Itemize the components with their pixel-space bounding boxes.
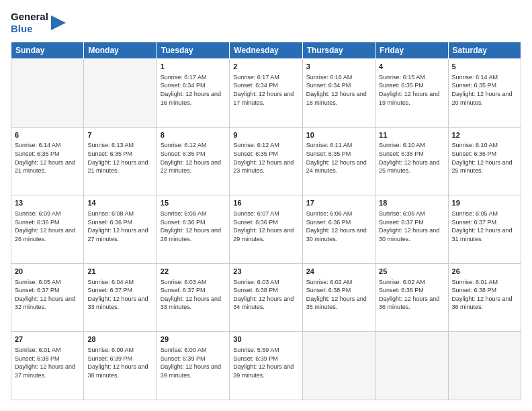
calendar-cell: 14Sunrise: 6:08 AM Sunset: 6:36 PM Dayli… xyxy=(84,195,157,264)
weekday-header: Wednesday xyxy=(230,42,302,59)
day-detail: Sunrise: 6:13 AM Sunset: 6:35 PM Dayligh… xyxy=(87,141,152,175)
day-number: 10 xyxy=(306,130,371,140)
calendar-week-row: 27Sunrise: 6:01 AM Sunset: 6:38 PM Dayli… xyxy=(11,332,521,400)
day-detail: Sunrise: 6:07 AM Sunset: 6:36 PM Dayligh… xyxy=(233,210,298,243)
svg-marker-0 xyxy=(51,15,66,30)
calendar-week-row: 1Sunrise: 6:17 AM Sunset: 6:34 PM Daylig… xyxy=(11,59,521,128)
weekday-header: Monday xyxy=(84,42,157,59)
weekday-header: Tuesday xyxy=(157,42,229,59)
day-number: 22 xyxy=(161,267,226,277)
calendar-cell: 12Sunrise: 6:10 AM Sunset: 6:36 PM Dayli… xyxy=(448,127,521,195)
day-detail: Sunrise: 6:11 AM Sunset: 6:35 PM Dayligh… xyxy=(306,141,371,175)
day-number: 6 xyxy=(15,130,80,140)
day-detail: Sunrise: 6:10 AM Sunset: 6:35 PM Dayligh… xyxy=(379,141,444,175)
calendar-cell xyxy=(448,332,521,400)
calendar-cell: 9Sunrise: 6:12 AM Sunset: 6:35 PM Daylig… xyxy=(230,127,302,195)
day-detail: Sunrise: 6:03 AM Sunset: 6:37 PM Dayligh… xyxy=(161,278,226,312)
weekday-header: Thursday xyxy=(302,42,375,59)
calendar-header-row: SundayMondayTuesdayWednesdayThursdayFrid… xyxy=(11,42,521,59)
calendar-cell: 10Sunrise: 6:11 AM Sunset: 6:35 PM Dayli… xyxy=(302,127,375,195)
day-number: 11 xyxy=(379,130,444,140)
calendar-week-row: 6Sunrise: 6:14 AM Sunset: 6:35 PM Daylig… xyxy=(11,127,521,195)
weekday-header: Saturday xyxy=(448,42,521,59)
day-detail: Sunrise: 6:17 AM Sunset: 6:34 PM Dayligh… xyxy=(161,73,226,107)
day-number: 13 xyxy=(15,198,80,208)
calendar-cell: 11Sunrise: 6:10 AM Sunset: 6:35 PM Dayli… xyxy=(375,127,448,195)
day-detail: Sunrise: 6:00 AM Sunset: 6:39 PM Dayligh… xyxy=(87,346,152,379)
calendar-cell xyxy=(11,59,84,128)
day-number: 2 xyxy=(233,62,298,72)
calendar-cell: 19Sunrise: 6:05 AM Sunset: 6:37 PM Dayli… xyxy=(448,195,521,264)
day-number: 9 xyxy=(233,130,298,140)
calendar-cell: 15Sunrise: 6:08 AM Sunset: 6:36 PM Dayli… xyxy=(157,195,229,264)
day-number: 18 xyxy=(379,198,444,208)
day-number: 29 xyxy=(161,334,226,345)
day-detail: Sunrise: 6:14 AM Sunset: 6:35 PM Dayligh… xyxy=(452,73,517,107)
calendar-cell: 21Sunrise: 6:04 AM Sunset: 6:37 PM Dayli… xyxy=(84,263,157,332)
day-detail: Sunrise: 6:08 AM Sunset: 6:36 PM Dayligh… xyxy=(161,210,226,243)
day-detail: Sunrise: 6:17 AM Sunset: 6:34 PM Dayligh… xyxy=(233,73,298,107)
day-detail: Sunrise: 6:03 AM Sunset: 6:38 PM Dayligh… xyxy=(233,278,298,312)
day-number: 15 xyxy=(161,198,226,208)
day-detail: Sunrise: 6:01 AM Sunset: 6:38 PM Dayligh… xyxy=(15,346,80,379)
calendar-cell: 17Sunrise: 6:06 AM Sunset: 6:36 PM Dayli… xyxy=(302,195,375,264)
day-number: 7 xyxy=(87,130,152,140)
day-number: 28 xyxy=(87,334,152,345)
weekday-header: Sunday xyxy=(11,42,84,59)
logo: General Blue xyxy=(11,11,66,35)
calendar-cell: 20Sunrise: 6:05 AM Sunset: 6:37 PM Dayli… xyxy=(11,263,84,332)
day-detail: Sunrise: 6:14 AM Sunset: 6:35 PM Dayligh… xyxy=(15,141,80,175)
calendar-week-row: 20Sunrise: 6:05 AM Sunset: 6:37 PM Dayli… xyxy=(11,263,521,332)
calendar-cell: 24Sunrise: 6:02 AM Sunset: 6:38 PM Dayli… xyxy=(302,263,375,332)
day-detail: Sunrise: 6:02 AM Sunset: 6:38 PM Dayligh… xyxy=(306,278,371,312)
calendar-cell: 5Sunrise: 6:14 AM Sunset: 6:35 PM Daylig… xyxy=(448,59,521,128)
day-detail: Sunrise: 5:59 AM Sunset: 6:39 PM Dayligh… xyxy=(233,346,298,379)
calendar-cell: 27Sunrise: 6:01 AM Sunset: 6:38 PM Dayli… xyxy=(11,332,84,400)
day-detail: Sunrise: 6:05 AM Sunset: 6:37 PM Dayligh… xyxy=(15,278,80,312)
calendar-cell xyxy=(302,332,375,400)
day-number: 1 xyxy=(161,62,226,72)
day-detail: Sunrise: 6:12 AM Sunset: 6:35 PM Dayligh… xyxy=(161,141,226,175)
day-detail: Sunrise: 6:09 AM Sunset: 6:36 PM Dayligh… xyxy=(15,210,80,243)
calendar-cell: 8Sunrise: 6:12 AM Sunset: 6:35 PM Daylig… xyxy=(157,127,229,195)
calendar-cell: 6Sunrise: 6:14 AM Sunset: 6:35 PM Daylig… xyxy=(11,127,84,195)
day-number: 3 xyxy=(306,62,371,72)
day-number: 14 xyxy=(87,198,152,208)
calendar-cell: 13Sunrise: 6:09 AM Sunset: 6:36 PM Dayli… xyxy=(11,195,84,264)
calendar-table: SundayMondayTuesdayWednesdayThursdayFrid… xyxy=(11,42,521,400)
calendar-cell: 29Sunrise: 6:00 AM Sunset: 6:39 PM Dayli… xyxy=(157,332,229,400)
calendar-cell: 3Sunrise: 6:16 AM Sunset: 6:34 PM Daylig… xyxy=(302,59,375,128)
calendar-cell: 2Sunrise: 6:17 AM Sunset: 6:34 PM Daylig… xyxy=(230,59,302,128)
calendar-cell: 16Sunrise: 6:07 AM Sunset: 6:36 PM Dayli… xyxy=(230,195,302,264)
logo-arrow-icon xyxy=(51,15,66,30)
day-detail: Sunrise: 6:04 AM Sunset: 6:37 PM Dayligh… xyxy=(87,278,152,312)
day-detail: Sunrise: 6:05 AM Sunset: 6:37 PM Dayligh… xyxy=(452,210,517,243)
logo-text: General Blue xyxy=(11,11,48,35)
day-detail: Sunrise: 6:00 AM Sunset: 6:39 PM Dayligh… xyxy=(161,346,226,379)
day-detail: Sunrise: 6:10 AM Sunset: 6:36 PM Dayligh… xyxy=(452,141,517,175)
day-number: 25 xyxy=(379,267,444,277)
calendar-cell xyxy=(84,59,157,128)
day-detail: Sunrise: 6:02 AM Sunset: 6:38 PM Dayligh… xyxy=(379,278,444,312)
calendar-cell: 1Sunrise: 6:17 AM Sunset: 6:34 PM Daylig… xyxy=(157,59,229,128)
day-number: 26 xyxy=(452,267,517,277)
day-detail: Sunrise: 6:15 AM Sunset: 6:35 PM Dayligh… xyxy=(379,73,444,107)
day-number: 4 xyxy=(379,62,444,72)
calendar-cell: 26Sunrise: 6:01 AM Sunset: 6:38 PM Dayli… xyxy=(448,263,521,332)
calendar-cell: 18Sunrise: 6:06 AM Sunset: 6:37 PM Dayli… xyxy=(375,195,448,264)
calendar-cell: 25Sunrise: 6:02 AM Sunset: 6:38 PM Dayli… xyxy=(375,263,448,332)
day-number: 19 xyxy=(452,198,517,208)
calendar-cell: 30Sunrise: 5:59 AM Sunset: 6:39 PM Dayli… xyxy=(230,332,302,400)
day-number: 12 xyxy=(452,130,517,140)
calendar-cell: 23Sunrise: 6:03 AM Sunset: 6:38 PM Dayli… xyxy=(230,263,302,332)
day-number: 27 xyxy=(15,334,80,345)
day-detail: Sunrise: 6:08 AM Sunset: 6:36 PM Dayligh… xyxy=(87,210,152,243)
day-number: 23 xyxy=(233,267,298,277)
calendar-week-row: 13Sunrise: 6:09 AM Sunset: 6:36 PM Dayli… xyxy=(11,195,521,264)
calendar-cell: 22Sunrise: 6:03 AM Sunset: 6:37 PM Dayli… xyxy=(157,263,229,332)
day-detail: Sunrise: 6:06 AM Sunset: 6:37 PM Dayligh… xyxy=(379,210,444,243)
day-number: 16 xyxy=(233,198,298,208)
day-number: 17 xyxy=(306,198,371,208)
day-number: 5 xyxy=(452,62,517,72)
day-number: 21 xyxy=(87,267,152,277)
